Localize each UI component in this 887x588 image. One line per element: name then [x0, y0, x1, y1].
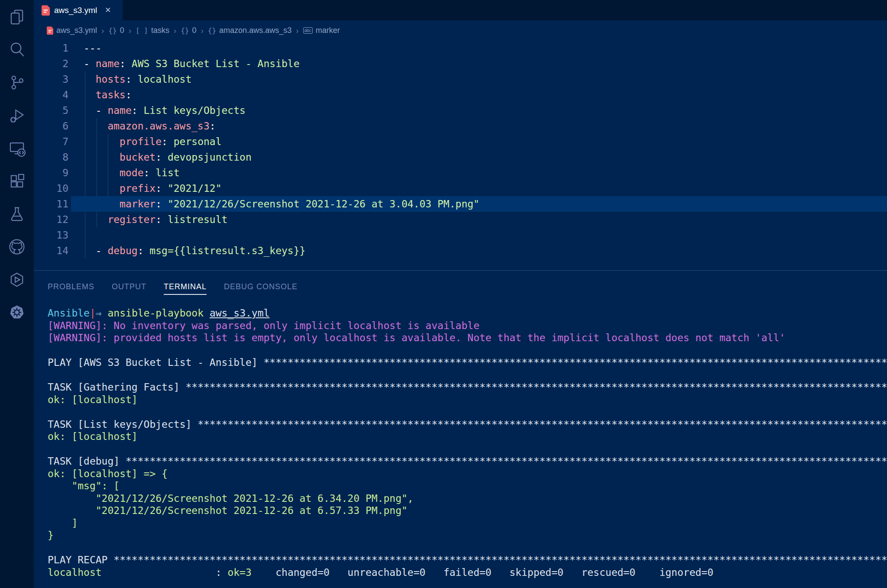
- breadcrumb-item[interactable]: abcmarker: [303, 26, 340, 35]
- code-line[interactable]: 4 tasks:: [34, 87, 887, 103]
- terminal[interactable]: Ansible|⇒ ansible-playbook aws_s3.yml[WA…: [34, 307, 887, 588]
- breadcrumb-separator-icon: ›: [101, 26, 104, 36]
- line-number: 12: [34, 212, 68, 227]
- terminal-line: ok: [localhost]: [34, 394, 887, 406]
- terminal-line: ok: [localhost]: [34, 430, 887, 443]
- line-number: 11: [34, 196, 68, 212]
- symbol-array-icon: [ ]: [136, 26, 148, 35]
- breadcrumb-item[interactable]: [ ]tasks: [136, 26, 169, 35]
- source-control-icon[interactable]: [0, 66, 34, 99]
- line-number: 2: [34, 56, 68, 71]
- code-line[interactable]: 13: [34, 227, 887, 243]
- tab-close-icon[interactable]: ✕: [105, 6, 111, 15]
- code-text: prefix: "2021/12": [84, 181, 887, 196]
- code-line[interactable]: 14 - debug: msg={{listresult.s3_keys}}: [34, 243, 887, 258]
- terminal-line: "msg": [: [34, 480, 887, 492]
- symbol-string-icon: abc: [303, 27, 313, 34]
- line-number: 7: [34, 134, 68, 149]
- code-text: bucket: devopsjunction: [84, 149, 887, 165]
- line-number: 14: [34, 243, 68, 258]
- breadcrumb-item[interactable]: {}amazon.aws.aws_s3: [208, 26, 291, 35]
- terminal-line: [WARNING]: provided hosts list is empty,…: [34, 332, 887, 344]
- code-line[interactable]: 10 prefix: "2021/12": [34, 181, 887, 196]
- code-text: marker: "2021/12/26/Screenshot 2021-12-2…: [84, 196, 887, 212]
- code-text: mode: list: [84, 165, 887, 181]
- terminal-line: [WARNING]: No inventory was parsed, only…: [34, 320, 887, 332]
- yaml-file-icon: [42, 5, 50, 16]
- explorer-icon[interactable]: [0, 0, 34, 33]
- terminal-line: [34, 344, 887, 357]
- breadcrumb-item[interactable]: aws_s3.yml: [47, 26, 97, 35]
- line-number: 8: [34, 149, 68, 165]
- code-text: - name: List keys/Objects: [84, 103, 887, 118]
- code-text: register: listresult: [84, 212, 887, 227]
- editor-pane[interactable]: 1---2- name: AWS S3 Bucket List - Ansibl…: [34, 40, 887, 270]
- code-line[interactable]: 1---: [34, 40, 887, 56]
- testing-beaker-icon[interactable]: [0, 197, 34, 230]
- terminal-line: TASK [List keys/Objects] ***************…: [34, 418, 887, 431]
- panel-tab-bar: PROBLEMSOUTPUTTERMINALDEBUG CONSOLE: [34, 271, 887, 304]
- terminal-line: [34, 369, 887, 381]
- breadcrumb-separator-icon: ›: [296, 26, 298, 36]
- terminal-line: [34, 406, 887, 418]
- breadcrumb-item[interactable]: {}0: [181, 26, 196, 35]
- code-text: amazon.aws.aws_s3:: [84, 118, 887, 134]
- activity-bar: [0, 0, 34, 588]
- code-line[interactable]: 7 profile: personal: [34, 134, 887, 149]
- code-line[interactable]: 2- name: AWS S3 Bucket List - Ansible: [34, 56, 887, 71]
- panel-tab-debug-console[interactable]: DEBUG CONSOLE: [224, 280, 298, 295]
- terminal-line: TASK [Gathering Facts] *****************…: [34, 381, 887, 394]
- code-line[interactable]: 6 amazon.aws.aws_s3:: [34, 118, 887, 134]
- bottom-panel: PROBLEMSOUTPUTTERMINALDEBUG CONSOLE Ansi…: [34, 270, 887, 588]
- terminal-line: ok: [localhost] => {: [34, 468, 887, 480]
- code-line[interactable]: 8 bucket: devopsjunction: [34, 149, 887, 165]
- panel-tab-terminal[interactable]: TERMINAL: [164, 280, 207, 295]
- code-text: ---: [84, 40, 887, 56]
- terminal-line: ]: [34, 517, 887, 530]
- terminal-line: "2021/12/26/Screenshot 2021-12-26 at 6.3…: [34, 492, 887, 505]
- breadcrumb-item[interactable]: {}0: [108, 26, 124, 35]
- code-line[interactable]: 5 - name: List keys/Objects: [34, 103, 887, 118]
- tab-aws-s3-yml[interactable]: aws_s3.yml ✕: [34, 0, 123, 20]
- extensions-icon[interactable]: [0, 165, 34, 197]
- code-line[interactable]: 12 register: listresult: [34, 212, 887, 227]
- code-line-current[interactable]: 11 marker: "2021/12/26/Screenshot 2021-1…: [34, 196, 887, 212]
- terminal-line: [34, 542, 887, 554]
- editor-tab-bar: aws_s3.yml ✕: [34, 0, 887, 20]
- code-text: tasks:: [84, 87, 887, 103]
- code-text: - debug: msg={{listresult.s3_keys}}: [84, 243, 887, 258]
- symbol-object-icon: {}: [108, 26, 117, 35]
- line-number: 9: [34, 165, 68, 181]
- breadcrumb-label: 0: [120, 26, 124, 35]
- line-number: 1: [34, 40, 68, 56]
- code-line[interactable]: 9 mode: list: [34, 165, 887, 181]
- run-and-debug-icon[interactable]: [0, 99, 34, 132]
- code-text: - name: AWS S3 Bucket List - Ansible: [84, 56, 887, 71]
- line-number: 6: [34, 118, 68, 134]
- breadcrumb-separator-icon: ›: [174, 26, 176, 36]
- breadcrumb-separator-icon: ›: [129, 26, 131, 36]
- line-number: 10: [34, 181, 68, 196]
- symbol-object-icon: {}: [208, 26, 216, 35]
- code-line[interactable]: 3 hosts: localhost: [34, 71, 887, 87]
- kubernetes-icon[interactable]: [0, 296, 34, 329]
- remote-explorer-icon[interactable]: [0, 132, 34, 165]
- terminal-line: "2021/12/26/Screenshot 2021-12-26 at 6.5…: [34, 504, 887, 517]
- code-text: hosts: localhost: [84, 71, 887, 87]
- terminal-line: TASK [debug] ***************************…: [34, 455, 887, 468]
- breadcrumb: aws_s3.yml›{}0›[ ]tasks›{}0›{}amazon.aws…: [34, 20, 887, 41]
- panel-tab-output[interactable]: OUTPUT: [112, 280, 146, 295]
- panel-tab-problems[interactable]: PROBLEMS: [48, 280, 94, 295]
- terminal-line: }: [34, 529, 887, 542]
- tab-label: aws_s3.yml: [54, 6, 97, 15]
- code-text: profile: personal: [84, 134, 887, 149]
- line-number: 5: [34, 103, 68, 118]
- hexagon-play-icon[interactable]: [0, 263, 34, 296]
- terminal-line: PLAY RECAP *****************************…: [34, 554, 887, 566]
- terminal-line: PLAY [AWS S3 Bucket List - Ansible] ****…: [34, 356, 887, 369]
- line-number: 13: [34, 227, 68, 243]
- breadcrumb-label: amazon.aws.aws_s3: [219, 26, 291, 35]
- search-icon[interactable]: [0, 33, 34, 66]
- line-number: 4: [34, 87, 68, 103]
- github-icon[interactable]: [0, 230, 34, 263]
